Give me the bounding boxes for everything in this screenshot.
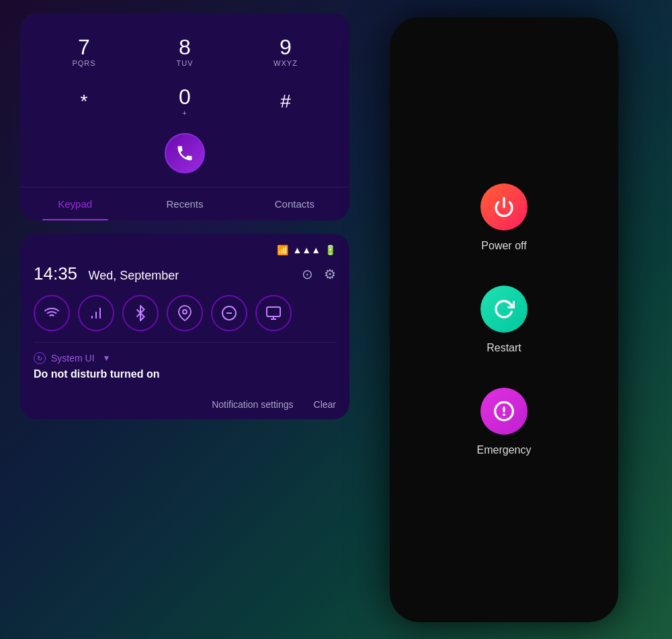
- notification-item: ↻ System UI ▼ Do not disturb turned on: [34, 342, 336, 390]
- left-panel: 7 PQRS 8 TUV 9 WXYZ * 0 + #: [20, 13, 349, 419]
- bluetooth-icon: [132, 305, 149, 321]
- dialer-card: 7 PQRS 8 TUV 9 WXYZ * 0 + #: [20, 13, 349, 220]
- emergency-label: Emergency: [477, 444, 532, 456]
- restart-label: Restart: [487, 342, 521, 354]
- dial-key-0[interactable]: 0 +: [134, 77, 235, 126]
- system-ui-icon: ↻: [34, 352, 46, 364]
- clear-button[interactable]: Clear: [314, 399, 336, 410]
- dial-key-hash[interactable]: #: [235, 77, 336, 126]
- quick-toggles: [34, 295, 336, 331]
- emergency-icon: [493, 400, 515, 422]
- screen-icon: [265, 305, 282, 321]
- phone-icon: [175, 144, 194, 163]
- app-name: System UI: [51, 353, 95, 364]
- restart-icon: [493, 298, 515, 320]
- emergency-circle: [480, 388, 528, 435]
- right-panel: Power off Restart Emergency: [349, 0, 659, 639]
- signal-status-icon: ▲▲▲: [292, 245, 321, 255]
- time-display: 14:35: [34, 263, 77, 284]
- power-off-icon: [493, 196, 515, 218]
- call-row: [34, 126, 336, 187]
- toggle-location[interactable]: [167, 295, 203, 331]
- tab-keypad[interactable]: Keypad: [20, 187, 130, 220]
- wifi-status-icon: 📶: [277, 245, 288, 255]
- power-off-circle: [480, 183, 528, 230]
- toggle-wifi[interactable]: [34, 295, 70, 331]
- battery-status-icon: 🔋: [325, 245, 336, 255]
- notif-top-row: 14:35 Wed, September ⊙ ⚙: [34, 263, 336, 284]
- tab-recents[interactable]: Recents: [130, 187, 239, 220]
- dialer-tabs: Keypad Recents Contacts: [20, 187, 349, 220]
- restart-option[interactable]: Restart: [480, 286, 528, 354]
- location-icon: [177, 305, 193, 321]
- svg-point-4: [183, 310, 187, 314]
- notification-text: Do not disturb turned on: [34, 368, 336, 380]
- power-off-option[interactable]: Power off: [480, 183, 528, 252]
- status-bar: 📶 ▲▲▲ 🔋: [34, 245, 336, 255]
- toggle-dnd[interactable]: [211, 295, 247, 331]
- date-display: Wed, September: [89, 269, 179, 282]
- dial-key-8[interactable]: 8 TUV: [134, 27, 235, 77]
- toggle-data[interactable]: [78, 295, 114, 331]
- dial-key-7[interactable]: 7 PQRS: [34, 27, 134, 77]
- notification-card: 📶 ▲▲▲ 🔋 14:35 Wed, September ⊙ ⚙: [20, 234, 349, 419]
- dnd-icon: [221, 305, 237, 321]
- dial-key-star[interactable]: *: [34, 77, 134, 126]
- tab-contacts[interactable]: Contacts: [240, 187, 349, 220]
- notif-app-row: ↻ System UI ▼: [34, 352, 336, 364]
- notif-expand-icon: ▼: [103, 353, 111, 363]
- power-off-label: Power off: [481, 240, 526, 252]
- call-button[interactable]: [165, 133, 205, 173]
- dialpad: 7 PQRS 8 TUV 9 WXYZ * 0 + #: [34, 27, 336, 126]
- restart-circle: [480, 286, 528, 333]
- wifi-icon: [44, 305, 60, 321]
- emergency-option[interactable]: Emergency: [477, 388, 532, 456]
- notif-actions: Notification settings Clear: [34, 390, 336, 419]
- toggle-screen[interactable]: [255, 295, 292, 331]
- power-menu-phone: Power off Restart Emergency: [390, 17, 618, 622]
- data-icon: [88, 305, 104, 321]
- toggle-bluetooth[interactable]: [122, 295, 159, 331]
- settings-icon[interactable]: ⚙: [324, 266, 336, 282]
- notification-settings-button[interactable]: Notification settings: [212, 399, 293, 410]
- dial-key-9[interactable]: 9 WXYZ: [235, 27, 336, 77]
- svg-rect-7: [267, 307, 280, 316]
- search-icon[interactable]: ⊙: [302, 266, 313, 282]
- notif-right-icons: ⊙ ⚙: [302, 266, 336, 282]
